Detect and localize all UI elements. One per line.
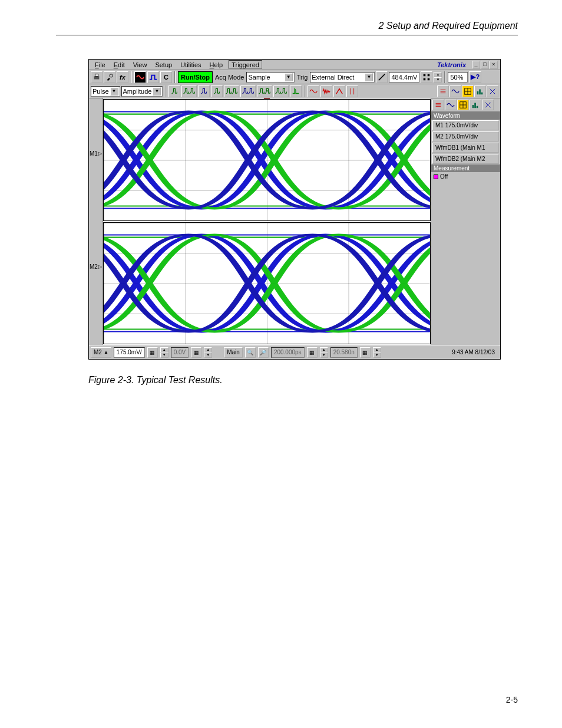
slope-button[interactable]: [376, 71, 388, 83]
overshoot-icon: [292, 87, 300, 95]
delay-spinner[interactable]: ▲▼: [373, 347, 381, 358]
offset-value: 0.0V: [174, 349, 186, 355]
keypad-button[interactable]: [421, 71, 432, 83]
view-btn-3[interactable]: [462, 85, 474, 97]
meas-btn-4[interactable]: 几: [211, 85, 223, 97]
tools-button[interactable]: [104, 71, 115, 83]
grid-icon: [459, 101, 467, 109]
view-btn-4[interactable]: [474, 85, 486, 97]
side-btn-1[interactable]: [432, 100, 444, 110]
meas-btn-9[interactable]: [290, 85, 302, 97]
fx-button[interactable]: fx: [117, 71, 128, 83]
sidebar-item-m2[interactable]: M2 175.0mV/div: [432, 131, 499, 141]
run-stop-button[interactable]: Run/Stop: [178, 71, 213, 83]
wave-a-button[interactable]: [134, 71, 146, 83]
sine-icon: [447, 101, 455, 109]
keypad-button-1[interactable]: ▦: [147, 347, 158, 358]
histogram-icon: [476, 87, 484, 95]
trig-label: Trig: [296, 74, 309, 81]
svg-rect-5: [424, 78, 426, 80]
meas-btn-13[interactable]: [346, 85, 358, 97]
meas-btn-3[interactable]: 几: [198, 85, 210, 97]
view-btn-5[interactable]: [487, 85, 498, 97]
trig-value: External Direct: [312, 74, 354, 81]
grid-icon: [464, 87, 472, 95]
keypad-button-4[interactable]: ▦: [360, 347, 371, 358]
meas-btn-5[interactable]: 几几: [224, 85, 239, 97]
lines-icon: [439, 87, 447, 95]
zoom-input[interactable]: 50%: [448, 72, 468, 83]
meas-btn-12[interactable]: [333, 85, 345, 97]
tdiv-input[interactable]: 200.000ps: [271, 347, 305, 358]
wave-b-button[interactable]: [147, 71, 159, 83]
tdiv-spinner[interactable]: ▲▼: [320, 347, 328, 358]
side-btn-4[interactable]: [470, 100, 481, 110]
delay-value: 20.580n: [333, 349, 355, 355]
meas-btn-11[interactable]: [320, 85, 332, 97]
menu-help[interactable]: Help: [206, 61, 227, 68]
lines-icon: [434, 101, 442, 109]
mode2-select[interactable]: Amplitude ▼: [121, 86, 163, 97]
tdiv-value: 200.000ps: [274, 349, 302, 355]
meas-btn-2[interactable]: 几几: [181, 85, 197, 97]
side-btn-2[interactable]: [445, 100, 457, 110]
sidebar-header-measurement: Measurement: [431, 164, 500, 172]
channel-select[interactable]: M2 ▲: [91, 347, 111, 358]
menu-setup[interactable]: Setup: [151, 61, 176, 68]
delay-input[interactable]: 20.580n: [330, 347, 358, 358]
clear-button[interactable]: C: [160, 71, 172, 83]
mode1-select[interactable]: Pulse ▼: [91, 86, 120, 97]
minimize-button[interactable]: _: [472, 61, 480, 69]
menu-view[interactable]: View: [130, 61, 151, 68]
vdiv-input[interactable]: 175.0mV/: [114, 347, 145, 358]
trig-level-spinner[interactable]: ▲▼: [434, 72, 442, 83]
sidebar-item-m1[interactable]: M1 175.0mV/div: [432, 120, 499, 130]
trig-select[interactable]: External Direct ▼: [310, 72, 375, 83]
offset-spinner[interactable]: ▲▼: [204, 347, 212, 358]
xy-icon: [484, 101, 492, 109]
maximize-button[interactable]: □: [481, 61, 489, 69]
sidebar-item-wfmdb1[interactable]: WfmDB1 (Main M1: [432, 143, 499, 153]
waveform-m2: [103, 222, 431, 344]
help-context-button[interactable]: ▶?: [469, 71, 481, 83]
meas-btn-7[interactable]: 几凡: [257, 85, 272, 97]
meas-btn-8[interactable]: 几几: [273, 85, 289, 97]
oscilloscope-window: File Edit View Setup Utilities Help Trig…: [88, 59, 501, 360]
vdiv-spinner[interactable]: ▲▼: [160, 347, 168, 358]
svg-rect-4: [428, 74, 430, 76]
chapter-header: 2 Setup and Required Equipment: [56, 21, 518, 35]
vdiv-value: 175.0mV/: [117, 349, 142, 355]
zoom-in-button[interactable]: 🔍: [245, 347, 256, 358]
meas-btn-6[interactable]: 几几: [240, 85, 256, 97]
channel-select-value: M2: [94, 349, 102, 355]
xy-icon: [488, 87, 497, 95]
dropdown-arrow-icon: ▼: [365, 73, 373, 81]
keypad-button-3[interactable]: ▦: [307, 347, 318, 358]
meas-btn-10[interactable]: [308, 85, 319, 97]
timebase-select[interactable]: Main: [224, 347, 243, 358]
measurement-toolbar: Pulse ▼ Amplitude ▼ 几 几几 几 几 几几 几几 几凡 几几: [89, 84, 500, 98]
view-btn-2[interactable]: [449, 85, 461, 97]
svg-rect-28: [477, 106, 478, 108]
menu-edit[interactable]: Edit: [110, 61, 128, 68]
trig-level-input[interactable]: 484.4mV: [389, 72, 419, 83]
meas-btn-1[interactable]: 几: [168, 85, 180, 97]
keypad-button-2[interactable]: ▦: [191, 347, 201, 358]
menu-utilities[interactable]: Utilities: [177, 61, 204, 68]
menu-file[interactable]: File: [91, 61, 109, 68]
mode1-value: Pulse: [92, 88, 109, 95]
offset-input[interactable]: 0.0V: [171, 347, 189, 358]
noise-icon: [322, 87, 330, 95]
side-btn-3[interactable]: [457, 100, 469, 110]
close-button[interactable]: ×: [490, 61, 498, 69]
timestamp: 9:43 AM 8/12/03: [452, 349, 498, 355]
side-btn-5[interactable]: [482, 100, 494, 110]
view-btn-1[interactable]: [437, 85, 449, 97]
trigger-status: Triggered: [229, 60, 262, 69]
acq-mode-select[interactable]: Sample ▼: [246, 72, 294, 83]
waveform-display[interactable]: [103, 98, 431, 345]
sidebar-item-wfmdb2[interactable]: WfmDB2 (Main M2: [432, 154, 499, 164]
print-button[interactable]: [91, 71, 103, 83]
sidebar-measurement-off[interactable]: Off: [431, 172, 500, 181]
zoom-out-button[interactable]: 🔎: [258, 347, 269, 358]
